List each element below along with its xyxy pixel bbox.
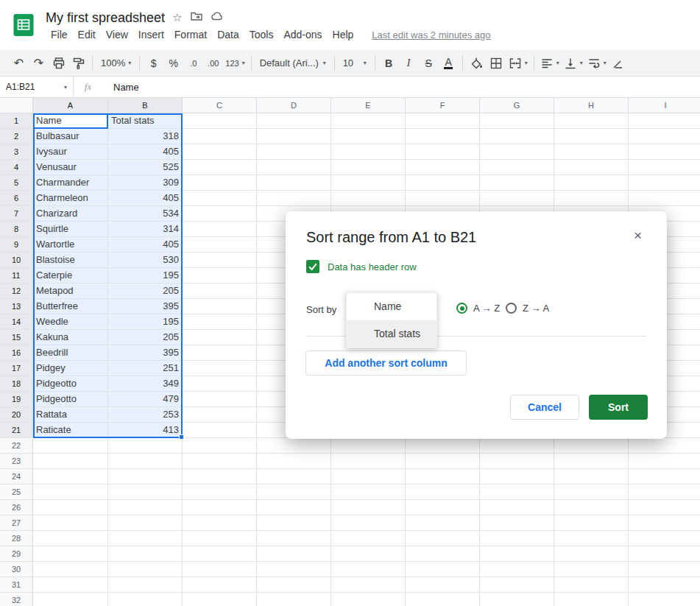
cell-B1[interactable]: Total stats: [108, 113, 183, 129]
cell-H2[interactable]: [554, 129, 629, 144]
row-header-14[interactable]: 14: [0, 314, 33, 330]
cell-C6[interactable]: [183, 191, 257, 206]
cell-C19[interactable]: [183, 392, 257, 407]
cell-F22[interactable]: [406, 438, 480, 454]
cell-A12[interactable]: Metapod: [33, 283, 108, 299]
cell-C24[interactable]: [183, 469, 257, 485]
cell-H28[interactable]: [554, 531, 629, 546]
cell-C23[interactable]: [183, 454, 257, 469]
cell-I25[interactable]: [629, 485, 700, 500]
cell-B10[interactable]: 530: [108, 253, 183, 268]
cell-A18[interactable]: Pidgeotto: [33, 376, 108, 392]
cell-B3[interactable]: 405: [108, 144, 183, 160]
cell-H5[interactable]: [554, 175, 629, 191]
header-row-checkbox[interactable]: [306, 260, 319, 273]
cell-B26[interactable]: [108, 500, 183, 515]
row-header-8[interactable]: 8: [0, 222, 33, 237]
cell-G31[interactable]: [480, 577, 554, 593]
column-header-I[interactable]: I: [629, 98, 700, 113]
dropdown-option-total-stats[interactable]: Total stats: [347, 320, 436, 348]
row-header-30[interactable]: 30: [0, 562, 33, 577]
cell-B17[interactable]: 251: [108, 361, 183, 376]
cell-A31[interactable]: [33, 577, 108, 593]
menu-data[interactable]: Data: [212, 27, 244, 42]
cell-F24[interactable]: [406, 469, 480, 485]
cell-B14[interactable]: 195: [108, 314, 183, 330]
cell-C8[interactable]: [183, 222, 257, 237]
cell-A4[interactable]: Venusaur: [33, 160, 108, 175]
cell-B12[interactable]: 205: [108, 283, 183, 299]
cell-F31[interactable]: [406, 577, 480, 593]
row-header-2[interactable]: 2: [0, 129, 33, 144]
move-folder-icon[interactable]: [190, 10, 203, 26]
cell-I31[interactable]: [629, 577, 700, 593]
cell-A25[interactable]: [33, 485, 108, 500]
row-header-9[interactable]: 9: [0, 237, 33, 253]
cell-G29[interactable]: [480, 546, 554, 562]
decrease-decimal-button[interactable]: .0: [183, 53, 203, 74]
cell-C17[interactable]: [183, 361, 257, 376]
cell-B13[interactable]: 395: [108, 299, 183, 314]
cell-C3[interactable]: [183, 144, 257, 160]
merge-cells-button[interactable]: ▾: [506, 53, 530, 74]
cell-E1[interactable]: [331, 113, 406, 129]
cell-C2[interactable]: [183, 129, 257, 144]
radio-z-to-a[interactable]: Z → A: [506, 303, 549, 314]
row-header-32[interactable]: 32: [0, 593, 33, 606]
cell-H29[interactable]: [554, 546, 629, 562]
cell-C25[interactable]: [183, 485, 257, 500]
row-header-12[interactable]: 12: [0, 283, 33, 299]
cell-G5[interactable]: [480, 175, 554, 191]
cell-F25[interactable]: [406, 485, 480, 500]
column-header-B[interactable]: B: [108, 98, 183, 113]
column-header-D[interactable]: D: [257, 98, 331, 113]
cell-G3[interactable]: [480, 144, 554, 160]
column-header-F[interactable]: F: [406, 98, 480, 113]
cell-C12[interactable]: [183, 283, 257, 299]
text-wrap-button[interactable]: ▾: [585, 53, 609, 74]
add-sort-column-button[interactable]: Add another sort column: [305, 350, 467, 376]
cell-A6[interactable]: Charmeleon: [33, 191, 108, 206]
cell-I1[interactable]: [629, 113, 700, 129]
cell-F5[interactable]: [406, 175, 480, 191]
column-header-A[interactable]: A: [33, 98, 108, 113]
cell-A11[interactable]: Caterpie: [33, 268, 108, 283]
row-header-31[interactable]: 31: [0, 577, 33, 593]
cell-E3[interactable]: [331, 144, 406, 160]
cell-E5[interactable]: [331, 175, 406, 191]
menu-format[interactable]: Format: [169, 27, 212, 42]
menu-view[interactable]: View: [101, 27, 133, 42]
cell-B23[interactable]: [108, 454, 183, 469]
row-header-5[interactable]: 5: [0, 175, 33, 191]
cell-B21[interactable]: 413: [108, 423, 183, 438]
increase-decimal-button[interactable]: .00: [203, 53, 223, 74]
cell-F28[interactable]: [406, 531, 480, 546]
cell-C26[interactable]: [183, 500, 257, 515]
cell-B31[interactable]: [108, 577, 183, 593]
cell-C13[interactable]: [183, 299, 257, 314]
cell-G30[interactable]: [480, 562, 554, 577]
row-header-19[interactable]: 19: [0, 392, 33, 407]
menu-tools[interactable]: Tools: [244, 27, 279, 42]
cell-A1[interactable]: Name: [33, 113, 108, 129]
row-header-10[interactable]: 10: [0, 253, 33, 268]
cell-I24[interactable]: [629, 469, 700, 485]
cell-A32[interactable]: [33, 593, 108, 606]
cell-G26[interactable]: [480, 500, 554, 515]
cell-B22[interactable]: [108, 438, 183, 454]
cell-I4[interactable]: [629, 160, 700, 175]
cell-E28[interactable]: [331, 531, 406, 546]
cell-E27[interactable]: [331, 515, 406, 531]
row-header-23[interactable]: 23: [0, 454, 33, 469]
cell-H32[interactable]: [554, 593, 629, 606]
cell-D22[interactable]: [257, 438, 331, 454]
cell-E2[interactable]: [331, 129, 406, 144]
cell-A27[interactable]: [33, 515, 108, 531]
cell-G32[interactable]: [480, 593, 554, 606]
last-edit-link[interactable]: Last edit was 2 minutes ago: [372, 29, 490, 40]
cell-D23[interactable]: [257, 454, 331, 469]
cell-D26[interactable]: [257, 500, 331, 515]
cell-C18[interactable]: [183, 376, 257, 392]
menu-help[interactable]: Help: [328, 27, 359, 42]
formula-input[interactable]: Name: [103, 82, 139, 93]
